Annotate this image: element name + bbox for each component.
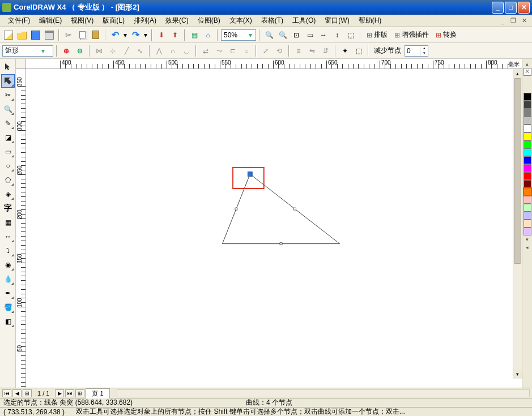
- polygon-tool[interactable]: ⬠: [1, 173, 15, 187]
- color-swatch[interactable]: [524, 188, 531, 196]
- zoom-selection-button[interactable]: ⬚: [344, 29, 357, 41]
- outline-tool[interactable]: ✒: [1, 286, 15, 300]
- first-page-button[interactable]: ⏮: [2, 389, 11, 397]
- import-button[interactable]: ⬇: [155, 29, 168, 41]
- horizontal-scrollbar[interactable]: [117, 389, 530, 397]
- menu-effects[interactable]: 效果(C): [161, 15, 193, 27]
- redo-dropdown[interactable]: ▾: [143, 29, 148, 41]
- page-tab-1[interactable]: 页 1: [86, 388, 109, 398]
- zoom-input[interactable]: [224, 31, 246, 39]
- color-swatch[interactable]: [524, 212, 531, 220]
- spin-up[interactable]: ▴: [420, 46, 428, 51]
- paste-button[interactable]: [90, 29, 102, 41]
- menu-layout[interactable]: 版面(L): [98, 15, 129, 27]
- new-button[interactable]: [2, 29, 15, 41]
- last-page-button[interactable]: ⏭: [65, 389, 74, 397]
- stretch-nodes-button[interactable]: ⤢: [259, 45, 272, 57]
- color-swatch[interactable]: [524, 196, 531, 204]
- color-swatch[interactable]: [524, 93, 531, 101]
- align-nodes-button[interactable]: ≡: [292, 45, 305, 57]
- smart-fill-tool[interactable]: ◪: [1, 131, 15, 144]
- color-swatch[interactable]: [524, 172, 531, 180]
- pick-tool[interactable]: [1, 60, 15, 74]
- cut-button[interactable]: ✂: [62, 29, 75, 41]
- close-curve-button[interactable]: ○: [240, 45, 253, 57]
- palette-scroll-up[interactable]: ▴: [526, 60, 529, 68]
- menu-file[interactable]: 文件(F): [3, 15, 35, 27]
- add-node-button[interactable]: ⊕: [60, 45, 73, 57]
- menu-text[interactable]: 文本(X): [225, 15, 257, 27]
- to-line-button[interactable]: ╱: [120, 45, 133, 57]
- color-swatch[interactable]: [524, 140, 531, 148]
- spin-down[interactable]: ▾: [420, 51, 428, 56]
- minimize-button[interactable]: _: [492, 2, 504, 14]
- reduce-nodes-field[interactable]: ▴▾: [405, 45, 428, 57]
- menu-arrange[interactable]: 排列(A): [129, 15, 161, 27]
- symmetric-node-button[interactable]: ◡: [180, 45, 193, 57]
- text-tool[interactable]: 字: [1, 201, 15, 215]
- delete-node-button[interactable]: ⊖: [74, 45, 86, 57]
- ruler-origin[interactable]: [16, 59, 26, 69]
- menu-bitmaps[interactable]: 位图(B): [193, 15, 225, 27]
- scroll-down-button[interactable]: ▾: [513, 370, 522, 379]
- enhance-plugin-button[interactable]: ⊞增强插件: [391, 29, 432, 41]
- vertical-ruler[interactable]: 35030025020015010050: [16, 69, 26, 388]
- menu-table[interactable]: 表格(T): [257, 15, 288, 27]
- color-swatch[interactable]: [524, 164, 531, 172]
- palette-scroll-down[interactable]: ▾: [526, 235, 529, 243]
- color-swatch[interactable]: [524, 101, 531, 109]
- layout-button[interactable]: ⊞排版: [364, 29, 390, 41]
- open-button[interactable]: [16, 29, 28, 41]
- dropdown-icon[interactable]: ▾: [246, 31, 254, 39]
- menu-view[interactable]: 视图(V): [66, 15, 98, 27]
- to-curve-button[interactable]: ∿: [134, 45, 146, 57]
- zoom-out-button[interactable]: 🔍: [276, 29, 289, 41]
- color-swatch[interactable]: [524, 132, 531, 140]
- zoom-width-button[interactable]: ↔: [317, 29, 330, 41]
- crop-tool[interactable]: ✂: [1, 88, 15, 102]
- reverse-direction-button[interactable]: ⇄: [199, 45, 212, 57]
- color-swatch[interactable]: [524, 109, 531, 117]
- undo-dropdown[interactable]: ▾: [122, 29, 128, 41]
- mdi-restore-button[interactable]: ❐: [509, 17, 518, 25]
- scroll-thumb[interactable]: [514, 78, 521, 264]
- shape-mode-input[interactable]: [5, 47, 39, 55]
- color-swatch[interactable]: [524, 117, 531, 125]
- smooth-node-button[interactable]: ∩: [167, 45, 179, 57]
- horizontal-ruler[interactable]: 400450500550600650700750800850: [26, 59, 522, 69]
- zoom-combo[interactable]: ▾: [221, 29, 256, 41]
- menu-tools[interactable]: 工具(O): [288, 15, 320, 27]
- color-swatch[interactable]: [524, 228, 531, 235]
- ellipse-tool[interactable]: ○: [1, 159, 15, 173]
- print-button[interactable]: [43, 29, 56, 41]
- cusp-node-button[interactable]: ⋀: [153, 45, 165, 57]
- color-swatch[interactable]: [524, 220, 531, 228]
- dimension-tool[interactable]: ↔: [1, 230, 15, 243]
- select-all-nodes-button[interactable]: ⬚: [352, 45, 365, 57]
- fill-tool[interactable]: 🪣: [1, 301, 15, 314]
- prev-page-button[interactable]: ◀: [12, 389, 22, 397]
- extract-subpath-button[interactable]: ⊏: [227, 45, 239, 57]
- table-tool[interactable]: ▦: [1, 216, 15, 229]
- copy-button[interactable]: [76, 29, 88, 41]
- shape-tool[interactable]: [1, 74, 15, 88]
- menu-help[interactable]: 帮助(H): [354, 15, 386, 27]
- drawing-canvas[interactable]: [26, 69, 513, 379]
- add-page-after-button[interactable]: ⊞: [75, 389, 84, 397]
- mdi-close-button[interactable]: ✕: [520, 17, 529, 25]
- color-swatch[interactable]: [524, 148, 531, 156]
- next-page-button[interactable]: ▶: [55, 389, 64, 397]
- menu-edit[interactable]: 编辑(E): [35, 15, 66, 27]
- shape-mode-combo[interactable]: ▾: [2, 45, 53, 57]
- extend-curve-button[interactable]: ⤳: [213, 45, 225, 57]
- zoom-tool[interactable]: 🔍: [1, 102, 15, 116]
- convert-button[interactable]: ⊞转换: [433, 29, 459, 41]
- zoom-height-button[interactable]: ↕: [331, 29, 343, 41]
- undo-button[interactable]: ↶: [109, 29, 121, 41]
- color-swatch[interactable]: [524, 204, 531, 212]
- reduce-nodes-input[interactable]: [405, 47, 420, 55]
- basic-shapes-tool[interactable]: ◈: [1, 187, 15, 201]
- export-button[interactable]: ⬆: [169, 29, 181, 41]
- zoom-fit-button[interactable]: ⊡: [290, 29, 303, 41]
- break-node-button[interactable]: ⊹: [107, 45, 119, 57]
